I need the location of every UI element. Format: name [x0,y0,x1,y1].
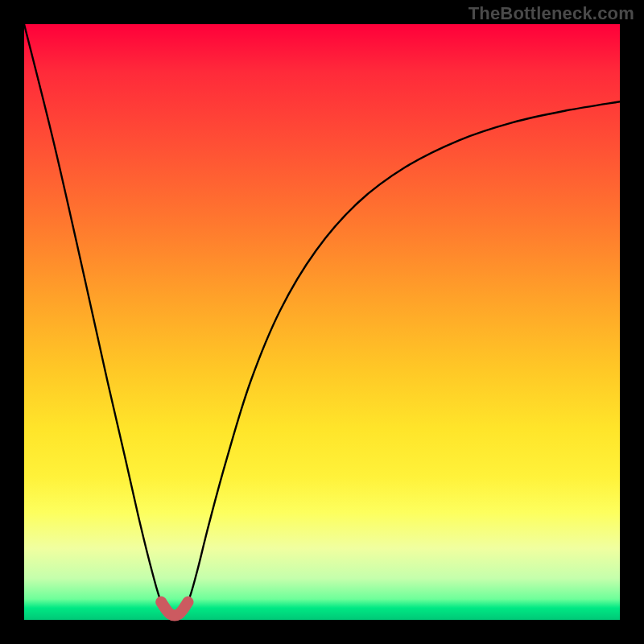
chart-plot-area [24,24,620,620]
chart-svg [24,24,620,620]
bottleneck-curve-path [24,24,620,616]
optimal-zone-marker [161,602,188,616]
watermark-text: TheBottleneck.com [469,3,634,24]
